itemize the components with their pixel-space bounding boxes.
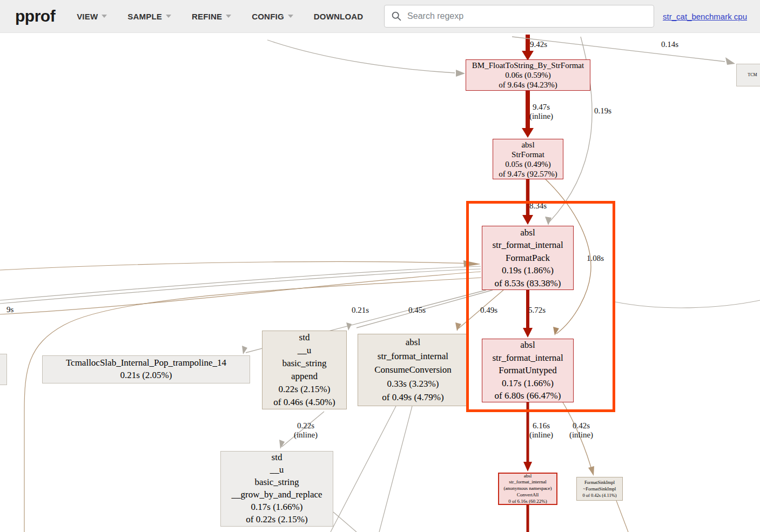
chevron-down-icon [102, 15, 107, 18]
node-consumeconversion[interactable]: absl str_format_internal ConsumeConversi… [358, 334, 468, 406]
edge-label-0.21s: 0.21s [352, 306, 369, 315]
node-basic-string-grow-by-and-replace[interactable]: std __u basic_string __grow_by_and_repla… [220, 451, 333, 527]
node-basic-string-append[interactable]: std __u basic_string append 0.22s (2.15%… [262, 331, 347, 409]
search-box[interactable] [384, 5, 654, 28]
edge-right-horizontal [615, 300, 760, 308]
edge-formatsinkimpl-down [616, 501, 628, 532]
call-graph[interactable]: BM_FloatToString_By_StrFormat 0.06s (0.5… [0, 33, 760, 532]
search-icon [391, 11, 402, 22]
edge-label-0.22s-inline: 0.22s (inline) [288, 421, 323, 440]
edge-label-9s: 9s [6, 305, 14, 314]
call-graph-edges [0, 33, 760, 532]
chevron-down-icon [226, 15, 231, 18]
node-partial-left[interactable] [0, 354, 7, 385]
toolbar: pprof VIEW SAMPLE REFINE CONFIG DOWNLOAD… [0, 0, 760, 33]
menu-view-label: VIEW [77, 12, 98, 21]
menu-view[interactable]: VIEW [77, 12, 107, 21]
menu-config[interactable]: CONFIG [252, 12, 293, 21]
menu-refine[interactable]: REFINE [192, 12, 231, 21]
node-strformat[interactable]: absl StrFormat 0.05s (0.49%) of 9.47s (9… [493, 139, 563, 179]
edge-label-0.19s: 0.19s [594, 106, 611, 116]
edge-label-9.42s: 9.42s [530, 40, 547, 49]
menu-refine-label: REFINE [192, 12, 222, 21]
menu-sample-label: SAMPLE [127, 12, 162, 21]
edge-label-9.47s-inline: 9.47s (inline) [524, 103, 559, 121]
edge-grow-down [333, 512, 357, 532]
node-formatuntyped[interactable]: absl str_format_internal FormatUntyped 0… [482, 339, 574, 402]
node-tcmallocslab-pop-trampoline[interactable]: TcmallocSlab_Internal_Pop_trampoline_14 … [42, 355, 250, 383]
edges-consumeconversion-down [331, 406, 412, 532]
node-bm-floattostring[interactable]: BM_FloatToString_By_StrFormat 0.06s (0.5… [466, 59, 590, 91]
app-logo: pprof [15, 7, 55, 25]
edge-into-bm-left [267, 40, 465, 77]
node-formatpack[interactable]: absl str_format_internal FormatPack 0.19… [482, 226, 574, 290]
download-button[interactable]: DOWNLOAD [314, 12, 364, 21]
node-tcm-partial[interactable]: TCM [736, 64, 760, 86]
profile-link[interactable]: str_cat_benchmark cpu [663, 12, 747, 21]
edge-label-6.16s-inline: 6.16s (inline) [524, 421, 559, 440]
chevron-down-icon [288, 15, 293, 18]
menu-config-label: CONFIG [252, 12, 284, 21]
edge-label-5.72s: 5.72s [528, 306, 546, 315]
menu-sample[interactable]: SAMPLE [127, 12, 171, 21]
node-formatsinkimpl[interactable]: FormatSinkImpl ~FormatSinkImpl 0 of 0.42… [576, 477, 623, 501]
edge-label-8.34s: 8.34s [529, 201, 547, 211]
edge-label-0.45s: 0.45s [408, 306, 426, 315]
node-convertall[interactable]: absl str_format_internal (anonymous name… [498, 473, 557, 505]
edge-label-0.14s: 0.14s [661, 40, 678, 49]
edge-label-0.49s: 0.49s [480, 306, 497, 315]
search-input[interactable] [407, 11, 647, 21]
edge-label-0.42s-inline: 0.42s (inline) [564, 421, 598, 440]
chevron-down-icon [166, 15, 171, 18]
download-label: DOWNLOAD [314, 12, 364, 21]
edge-label-1.08s: 1.08s [587, 254, 604, 263]
